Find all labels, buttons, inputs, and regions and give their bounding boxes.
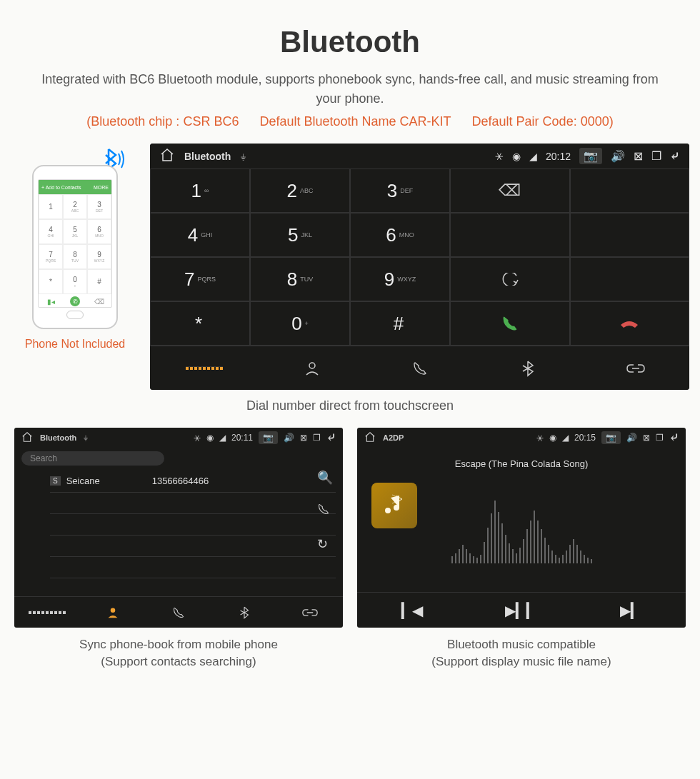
dial-key-4[interactable]: 4GHI: [150, 213, 250, 257]
nav-dialpad[interactable]: [14, 596, 80, 628]
prev-track-button[interactable]: ▎◀: [357, 593, 466, 628]
dial-key-7[interactable]: 7PQRS: [150, 257, 250, 301]
home-icon[interactable]: [21, 432, 33, 443]
phonebook-caption: Sync phone-book from mobile phone (Suppo…: [14, 636, 343, 670]
play-pause-button[interactable]: ▶▎▎: [466, 593, 576, 628]
backspace-button[interactable]: ⌫: [450, 169, 570, 213]
dial-key-1[interactable]: 1∞: [150, 169, 250, 213]
dialer-caption: Dial number direct from touchscreen: [11, 398, 689, 413]
location-icon: ◉: [512, 151, 521, 162]
music-unit: A2DP ⚹◉◢ 20:15 📷🔊⊠❐ ⤶ Escape (The Pina C…: [357, 428, 686, 628]
nav-contacts[interactable]: [80, 596, 146, 628]
music-caption: Bluetooth music compatible (Support disp…: [357, 636, 686, 670]
phone-mockup: + Add to Contacts MORE 12ABC3DEF4GHI5JKL…: [11, 144, 139, 351]
call-button[interactable]: [450, 301, 570, 346]
back-icon[interactable]: ⤶: [670, 149, 679, 163]
nav-bluetooth[interactable]: [211, 596, 277, 628]
nav-recent-calls[interactable]: [146, 596, 211, 628]
call-icon[interactable]: [317, 503, 333, 519]
status-bar: Bluetooth ⏚ ⚹ ◉ ◢ 20:12 📷 🔊 ⊠ ❐ ⤶: [150, 144, 689, 169]
usb-icon: ⏚: [241, 151, 246, 161]
audio-visualizer: [451, 492, 592, 563]
dial-key-0[interactable]: 0+: [250, 301, 350, 346]
dial-key-*[interactable]: *: [150, 301, 250, 346]
dial-key-9[interactable]: 9WXYZ: [350, 257, 450, 301]
dial-key-6[interactable]: 6MNO: [350, 213, 450, 257]
dialer-head-unit: Bluetooth ⏚ ⚹ ◉ ◢ 20:12 📷 🔊 ⊠ ❐ ⤶ 1∞2ABC…: [150, 144, 689, 390]
clock-time: 20:12: [546, 151, 571, 162]
nav-dialpad[interactable]: [150, 346, 258, 390]
next-track-button[interactable]: ▶▎: [576, 593, 686, 628]
search-input[interactable]: Search: [21, 451, 164, 466]
bottom-nav: [150, 346, 689, 390]
nav-recent-calls[interactable]: [366, 346, 474, 390]
redial-button[interactable]: [450, 257, 570, 301]
recent-icon[interactable]: ❐: [651, 149, 661, 163]
wifi-icon: ◢: [529, 151, 537, 162]
page-title: Bluetooth: [11, 25, 689, 59]
bluetooth-icon: ⚹: [495, 150, 504, 162]
dial-key-5[interactable]: 5JKL: [250, 213, 350, 257]
status-title: Bluetooth: [184, 151, 231, 162]
nav-contacts[interactable]: [258, 346, 366, 390]
home-icon[interactable]: [364, 432, 376, 443]
dial-key-3[interactable]: 3DEF: [350, 169, 450, 213]
nav-link[interactable]: [277, 596, 343, 628]
svg-point-1: [111, 608, 116, 613]
spec-line: (Bluetooth chip : CSR BC6 Default Blueto…: [11, 114, 689, 129]
hangup-button[interactable]: [570, 301, 690, 346]
dial-key-8[interactable]: 8TUV: [250, 257, 350, 301]
phone-caption: Phone Not Included: [11, 338, 139, 351]
phonebook-unit: Bluetooth ⏚ ⚹◉◢ 20:11 📷🔊⊠❐ ⤶ Search: [14, 428, 343, 628]
dial-key-2[interactable]: 2ABC: [250, 169, 350, 213]
volume-icon[interactable]: 🔊: [611, 149, 625, 163]
close-icon[interactable]: ⊠: [634, 149, 643, 163]
search-icon[interactable]: 🔍: [317, 470, 333, 486]
dial-key-#[interactable]: #: [350, 301, 450, 346]
camera-icon[interactable]: 📷: [579, 148, 602, 164]
page-subtitle: Integrated with BC6 Bluetooth module, su…: [11, 70, 689, 109]
album-art-icon: [371, 483, 417, 528]
nav-bluetooth[interactable]: [474, 346, 581, 390]
svg-point-0: [309, 363, 315, 368]
song-title: Escape (The Pina Colada Song): [455, 458, 588, 469]
home-icon[interactable]: [160, 149, 174, 164]
refresh-icon[interactable]: ↻: [317, 536, 333, 552]
contact-row[interactable]: S Seicane 13566664466: [50, 470, 336, 493]
nav-link[interactable]: [581, 346, 689, 390]
